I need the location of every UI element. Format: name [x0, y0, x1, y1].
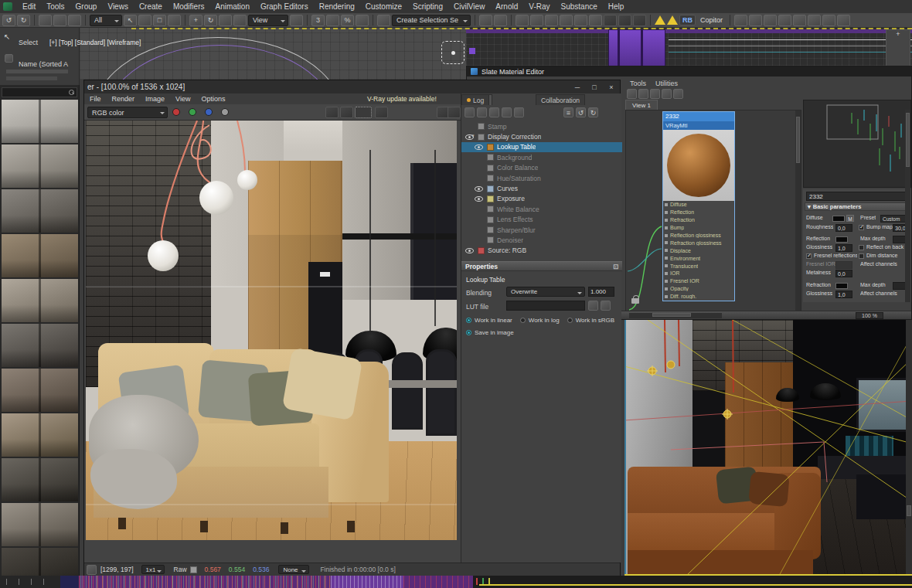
node-socket[interactable]: Opacity [663, 285, 734, 293]
alpha-channel-toggle[interactable] [221, 108, 229, 116]
menu-item[interactable]: Customize [360, 2, 407, 11]
socket-pin[interactable] [665, 287, 668, 291]
history-thumbnail[interactable] [2, 324, 78, 367]
explorer-row[interactable] [6, 70, 68, 73]
dock-tab[interactable]: Log [461, 94, 489, 105]
perspective-viewport[interactable] [624, 320, 912, 576]
channel-dropdown[interactable]: RGB color [87, 107, 168, 118]
layer-visibility-toggle[interactable] [474, 185, 484, 192]
render-setup-icon[interactable] [604, 15, 617, 26]
socket-pin[interactable] [665, 226, 668, 229]
layer-row[interactable]: White Balance [461, 204, 622, 214]
node-socket[interactable]: Diffuse [663, 201, 734, 209]
menu-item[interactable]: Graph Editors [255, 2, 314, 11]
history-thumbnail[interactable] [2, 458, 78, 501]
misc-tool-icon[interactable] [808, 15, 821, 26]
reflection-color-swatch[interactable] [835, 236, 848, 243]
menu-item[interactable]: Edit [17, 2, 41, 11]
fresnel-ior-field[interactable] [835, 261, 852, 269]
render-production-icon[interactable] [633, 15, 646, 26]
bump-checkbox[interactable] [859, 225, 864, 230]
layer-row[interactable]: Hue/Saturation [461, 173, 622, 183]
fresnel-checkbox[interactable] [806, 253, 812, 259]
reflect-back-checkbox[interactable] [859, 245, 864, 250]
spinner-snap-icon[interactable] [356, 15, 369, 26]
layer-row[interactable]: Display Correction [461, 131, 622, 141]
layer-row[interactable]: Color Balance [461, 163, 622, 173]
snap-toggle-icon[interactable]: 3 [311, 15, 325, 26]
red-channel-toggle[interactable] [172, 108, 180, 116]
edit-named-selections-icon[interactable] [377, 15, 390, 26]
work-mode-radio[interactable]: Work in sRGB [567, 317, 615, 324]
history-thumbnail[interactable] [2, 369, 78, 412]
sme-title-bar[interactable]: Slate Material Editor [467, 66, 911, 76]
load-preset-icon[interactable] [477, 107, 487, 117]
refraction-color-swatch[interactable] [835, 283, 848, 289]
close-button[interactable]: × [603, 81, 620, 93]
track-segment-selected[interactable] [331, 576, 403, 588]
minimize-button[interactable]: ─ [569, 81, 586, 93]
duplicate-layer-icon[interactable] [502, 107, 512, 117]
node-socket[interactable]: Reflection [663, 209, 734, 216]
save-in-image-toggle[interactable]: Save in image [466, 329, 514, 336]
socket-pin[interactable] [665, 272, 668, 275]
menu-item[interactable]: CivilView [448, 2, 490, 11]
node-socket[interactable]: IOR [663, 270, 734, 277]
add-layer-icon[interactable] [465, 107, 475, 117]
toggle-layer-explorer-icon[interactable] [530, 15, 543, 26]
viewport-scrollbar[interactable] [906, 320, 912, 576]
socket-pin[interactable] [665, 249, 668, 252]
menu-item[interactable]: Modifiers [168, 2, 210, 11]
copitor-button[interactable]: Copitor [697, 16, 726, 24]
vfb-menu-item[interactable]: Image [140, 95, 170, 103]
node-socket[interactable]: Displace [663, 246, 734, 254]
max-logo-icon[interactable] [3, 2, 12, 11]
track-bar[interactable] [0, 576, 912, 588]
layer-visibility-toggle[interactable] [474, 143, 484, 151]
green-channel-toggle[interactable] [189, 108, 196, 116]
grid-tool-icon[interactable] [749, 15, 762, 26]
coord-system-dropdown[interactable]: View [248, 15, 288, 26]
material-node[interactable]: 2332 VRayMtl Diffuse Reflection [663, 112, 734, 301]
layer-row[interactable]: Curves [461, 183, 622, 193]
diffuse-color-swatch[interactable] [832, 216, 845, 222]
menu-item[interactable]: Arnold [490, 2, 523, 11]
menu-item[interactable]: Animation [209, 2, 254, 11]
socket-pin[interactable] [665, 295, 668, 298]
glossiness-field[interactable]: 1,0 [835, 244, 852, 252]
work-mode-radio[interactable]: Work in linear [466, 317, 512, 324]
schematic-view-icon[interactable] [574, 15, 587, 26]
mirror-icon[interactable] [479, 15, 492, 26]
zoom-control[interactable]: 100 % [856, 312, 883, 319]
key-marker[interactable] [469, 48, 475, 54]
select-cursor-icon[interactable]: ↖ [4, 32, 10, 41]
lut-reload-icon[interactable] [601, 301, 611, 311]
lock-icon[interactable] [631, 298, 639, 304]
collaboration-tab[interactable]: Collaboration [536, 94, 585, 105]
save-in-image-radio-icon[interactable] [466, 330, 471, 335]
radio-icon[interactable] [520, 318, 526, 323]
socket-pin[interactable] [665, 211, 668, 214]
redo-icon[interactable]: ↻ [17, 15, 30, 26]
bind-spacewarp-icon[interactable] [68, 15, 81, 26]
named-selection-sets-dropdown[interactable]: Create Selection Se [392, 15, 471, 26]
history-thumbnail[interactable] [2, 189, 78, 233]
array-tool-icon[interactable] [734, 15, 747, 26]
maximize-button[interactable]: □ [586, 81, 603, 93]
menu-item[interactable]: Tools [41, 2, 70, 11]
menu-item[interactable]: Scripting [407, 2, 448, 11]
layer-visibility-toggle[interactable] [474, 175, 484, 182]
radio-icon[interactable] [466, 318, 471, 323]
select-scale-icon[interactable] [219, 15, 232, 26]
layer-row[interactable]: Exposure [461, 194, 622, 204]
align-icon[interactable] [494, 15, 507, 26]
layer-row[interactable]: Source: RGB [461, 246, 622, 256]
viewport-label[interactable]: [+] [Top] [Standard] [Wireframe] [49, 34, 141, 48]
work-mode-radio[interactable]: Work in log [520, 317, 560, 324]
layer-visibility-toggle[interactable] [474, 216, 484, 223]
menu-item[interactable]: Group [70, 2, 103, 11]
history-thumbnail[interactable] [2, 144, 78, 188]
layers-redo-icon[interactable]: ↻ [588, 107, 598, 117]
misc-tool-icon[interactable] [822, 15, 835, 26]
explorer-row[interactable] [6, 76, 57, 80]
